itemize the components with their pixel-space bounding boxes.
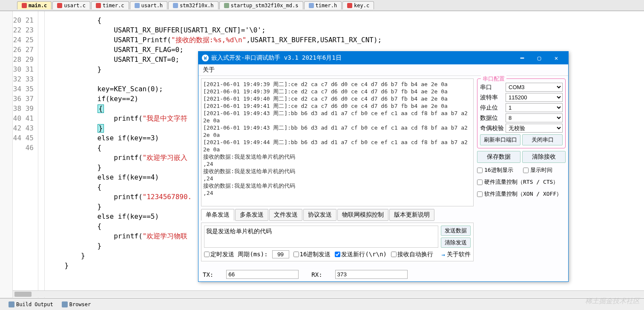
- horizontal-scrollbar[interactable]: [13, 290, 644, 297]
- save-data-button[interactable]: 保存数据: [477, 151, 520, 163]
- file-tab-label: usart.c: [64, 3, 86, 9]
- file-tab-label: timer.c: [103, 3, 124, 9]
- maximize-button[interactable]: ▢: [531, 52, 548, 64]
- tx-label: TX:: [203, 271, 213, 278]
- close-port-button[interactable]: 关闭串口: [522, 134, 563, 145]
- line-number-gutter: 20 21 22 23 24 25 26 27 28 29 30 31 32 3…: [13, 11, 38, 298]
- rts-cts-checkbox[interactable]: [477, 180, 483, 185]
- file-tab-label: timer.h: [316, 3, 337, 9]
- mode-tab-2[interactable]: 文件发送: [269, 209, 302, 221]
- show-time-checkbox[interactable]: [523, 168, 529, 173]
- file-tab-timer-c[interactable]: timer.c: [91, 1, 129, 9]
- send-panel: 我是发送给单片机的代码 发送数据 清除发送 定时发送 周期(ms): 16进制发…: [201, 223, 474, 261]
- serial-tool-window: W 嵌入式开发-串口调试助手 v3.1 2021年6月1日 ━ ▢ ✕ 关于 […: [198, 51, 569, 282]
- file-icon: [22, 3, 27, 8]
- log-line: [2021-06-01 19:49:40 周二]:ce d2 ca c7 d6 …: [203, 95, 472, 102]
- app-icon: W: [202, 55, 209, 61]
- stop-select[interactable]: 1: [506, 103, 563, 112]
- clear-receive-button[interactable]: 清除接收: [522, 151, 566, 163]
- hex-send-checkbox[interactable]: [293, 252, 299, 257]
- hex-send-label: 16进制发送: [300, 251, 331, 258]
- log-line: [2021-06-01 19:49:39 周二]:ce d2 ca c7 d6 …: [203, 88, 472, 95]
- rts-cts-label: 硬件流量控制（RTS / CTS）: [484, 178, 558, 186]
- ide-tab-bar: main.cusart.ctimer.cusart.hstm32f10x.hst…: [0, 0, 644, 11]
- autowrap-option[interactable]: 接收自动换行: [391, 251, 433, 258]
- file-tab-main-c[interactable]: main.c: [17, 1, 52, 9]
- file-tab-key-c[interactable]: key.c: [342, 1, 374, 9]
- ide-bottom-tabs: Build Output Browser: [0, 298, 644, 310]
- file-tab-startup_stm32f10x_md-s[interactable]: startup_stm32f10x_md.s: [219, 1, 303, 9]
- mode-tab-5[interactable]: 版本更新说明: [389, 209, 434, 221]
- newline-option[interactable]: 发送新行(\r\n): [335, 251, 387, 258]
- arrow-icon: →: [442, 251, 445, 258]
- send-data-button[interactable]: 发送数据: [441, 226, 471, 236]
- rts-cts-option[interactable]: 硬件流量控制（RTS / CTS）: [477, 178, 566, 186]
- parity-label: 奇偶校验: [480, 125, 506, 132]
- file-tab-stm32f10x-h[interactable]: stm32f10x.h: [168, 1, 218, 9]
- tx-value: [226, 270, 299, 279]
- show-time-label: 显示时间: [530, 166, 552, 174]
- data-select[interactable]: 8: [506, 113, 563, 122]
- timed-send-label: 定时发送 周期(ms):: [210, 251, 268, 258]
- send-mode-tabs: 单条发送多条发送文件发送协议发送物联网模拟控制版本更新说明: [201, 209, 474, 221]
- data-label: 数据位: [480, 114, 506, 122]
- autowrap-checkbox[interactable]: [391, 252, 397, 257]
- log-line: ,24: [203, 175, 472, 182]
- file-icon: [173, 3, 178, 8]
- receive-log[interactable]: [2021-06-01 19:49:39 周二]:ce d2 ca c7 d6 …: [201, 78, 474, 206]
- send-input[interactable]: 我是发送给单片机的代码: [204, 226, 438, 248]
- fold-column: [38, 11, 45, 298]
- newline-label: 发送新行(\r\n): [341, 251, 387, 258]
- port-select[interactable]: COM3: [506, 83, 563, 92]
- file-icon: [309, 3, 314, 8]
- titlebar[interactable]: W 嵌入式开发-串口调试助手 v3.1 2021年6月1日 ━ ▢ ✕: [198, 52, 568, 64]
- refresh-port-button[interactable]: 刷新串口端口: [480, 134, 520, 145]
- file-tab-label: key.c: [354, 3, 369, 9]
- baud-select[interactable]: 115200: [506, 93, 563, 102]
- log-line: [2021-06-01 19:49:41 周二]:ce d2 ca c7 d6 …: [203, 102, 472, 110]
- menu-about[interactable]: 关于: [203, 66, 215, 73]
- close-button[interactable]: ✕: [548, 52, 565, 64]
- build-output-label: Build Output: [16, 301, 53, 307]
- browser-icon: [62, 301, 68, 307]
- log-line: ,24: [203, 189, 472, 197]
- xon-xoff-checkbox[interactable]: [477, 191, 483, 197]
- parity-select[interactable]: 无校验: [506, 124, 563, 133]
- log-line: [2021-06-01 19:49:39 周二]:ce d2 ca c7 d6 …: [203, 81, 472, 88]
- file-tab-label: stm32f10x.h: [180, 3, 213, 9]
- about-software-label: 关于软件: [447, 251, 471, 258]
- output-icon: [9, 301, 14, 307]
- baud-label: 波特率: [480, 94, 506, 101]
- period-input[interactable]: [272, 250, 289, 258]
- minimize-button[interactable]: ━: [514, 52, 531, 64]
- mode-tab-0[interactable]: 单条发送: [201, 209, 234, 221]
- timed-send-checkbox[interactable]: [204, 252, 210, 257]
- browser-tab[interactable]: Browser: [62, 301, 91, 307]
- xon-xoff-option[interactable]: 软件流量控制（XON / XOFF）: [477, 190, 566, 198]
- file-icon: [224, 3, 229, 8]
- timed-send-option[interactable]: 定时发送 周期(ms):: [204, 251, 268, 258]
- clear-send-button[interactable]: 清除发送: [441, 238, 471, 248]
- mode-tab-4[interactable]: 物联网模拟控制: [337, 209, 388, 221]
- build-output-tab[interactable]: Build Output: [9, 301, 53, 307]
- about-software-link[interactable]: →关于软件: [442, 251, 471, 258]
- file-tab-usart-c[interactable]: usart.c: [52, 1, 90, 9]
- mode-tab-3[interactable]: 协议发送: [303, 209, 336, 221]
- hex-send-option[interactable]: 16进制发送: [293, 251, 331, 258]
- port-label: 串口: [480, 84, 506, 91]
- mode-tab-1[interactable]: 多条发送: [235, 209, 268, 221]
- newline-checkbox[interactable]: [335, 252, 340, 257]
- file-icon: [57, 3, 62, 8]
- log-line: [2021-06-01 19:49:43 周二]:bb b6 d3 ad d1 …: [203, 124, 472, 139]
- browser-label: Browser: [69, 301, 91, 307]
- file-icon: [347, 3, 352, 8]
- file-tab-timer-h[interactable]: timer.h: [304, 1, 342, 9]
- scrollbar-thumb[interactable]: [14, 292, 32, 297]
- log-line: 接收的数据:我是发送给单片机的代码: [203, 182, 472, 189]
- log-line: [2021-06-01 19:49:44 周二]:bb b6 d3 ad d1 …: [203, 139, 472, 153]
- file-tab-usart-h[interactable]: usart.h: [130, 1, 168, 9]
- hex-display-checkbox[interactable]: [477, 168, 483, 173]
- stats-row: TX: RX:: [201, 270, 474, 279]
- log-line: ,24: [203, 160, 472, 168]
- hex-display-option[interactable]: 16进制显示 显示时间: [477, 166, 566, 174]
